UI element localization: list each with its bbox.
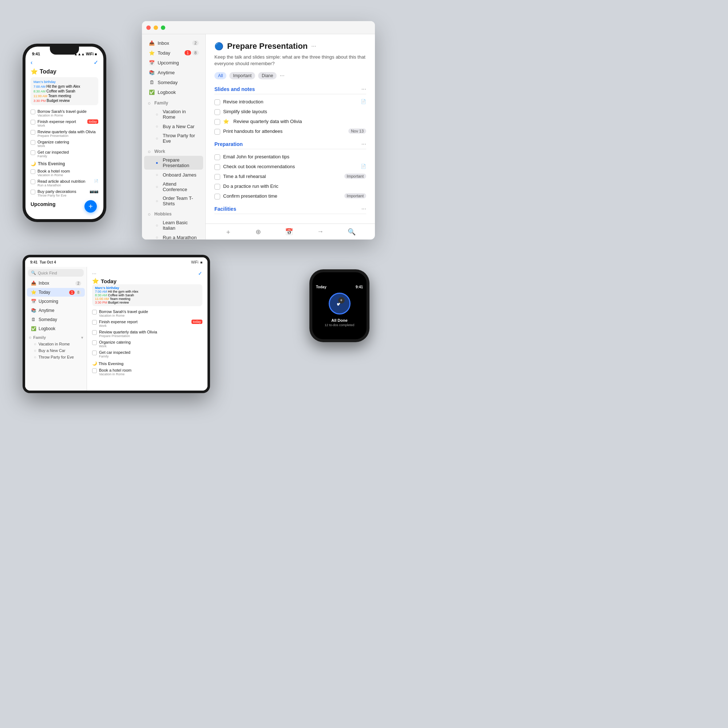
ipad-today-badge-red: 1 bbox=[69, 290, 75, 295]
phone-checkbox-nutrition[interactable] bbox=[31, 179, 35, 184]
move-button[interactable]: → bbox=[317, 228, 324, 236]
search-button[interactable]: 🔍 bbox=[348, 228, 356, 236]
vacation-rome-icon: ○ bbox=[154, 111, 160, 118]
sidebar-item-vacation-rome[interactable]: ○ Vacation in Rome bbox=[144, 107, 203, 121]
order-icon: ○ bbox=[154, 198, 160, 204]
phone: 9:41 ▲▲▲ WiFi ■ ‹ ✓ ⭐ Today Marc's birth… bbox=[23, 44, 106, 222]
ipad-task-quarterly: Review quarterly data with Olivia Prepar… bbox=[92, 329, 202, 339]
ipad-checkbox-borrow[interactable] bbox=[92, 310, 97, 315]
sidebar-item-attend-conf[interactable]: ○ Attend Conference bbox=[144, 180, 203, 194]
ipad-section-family[interactable]: ○ Family ▾ bbox=[25, 333, 87, 341]
cal-event-coffee: 8:30 AM Coffee with Sarah bbox=[34, 89, 95, 93]
phone-task-car-sub: Family bbox=[37, 154, 98, 158]
close-dot[interactable] bbox=[146, 26, 151, 30]
ipad-subitem-party[interactable]: ○ Throw Party for Eve bbox=[25, 354, 87, 360]
facilities-section-dots[interactable]: ··· bbox=[361, 206, 366, 212]
ipad-main-check[interactable]: ✓ bbox=[198, 271, 202, 276]
sidebar-item-anytime[interactable]: 📚 Anytime bbox=[144, 68, 203, 77]
sidebar-item-upcoming[interactable]: 📅 Upcoming bbox=[144, 58, 203, 67]
phone-checkbox-catering[interactable] bbox=[31, 140, 35, 145]
phone-evening-header: 🌙 This Evening bbox=[31, 161, 98, 166]
phone-checkbox-expense[interactable] bbox=[31, 120, 35, 124]
buy-car-icon: ○ bbox=[154, 123, 160, 130]
maximize-dot[interactable] bbox=[161, 26, 165, 30]
task-checkbox-rehearsal[interactable] bbox=[214, 174, 220, 180]
phone-task-decorations-main: Buy party decorations Throw Party for Ev… bbox=[37, 189, 87, 197]
ipad-checkbox-car-task[interactable] bbox=[92, 350, 97, 355]
ipad-time: 9:41 bbox=[30, 260, 37, 264]
sidebar-item-someday[interactable]: 🗓 Someday bbox=[144, 78, 203, 87]
task-confirm-time: Confirm presentation time Important bbox=[214, 191, 366, 201]
tag-important[interactable]: Important bbox=[229, 72, 255, 80]
slides-section-dots[interactable]: ··· bbox=[361, 86, 366, 92]
ipad-task-catering-title: Organize catering bbox=[99, 340, 202, 344]
sidebar-item-onboard-james[interactable]: ○ Onboard James bbox=[144, 170, 203, 179]
tag-all[interactable]: All bbox=[214, 72, 226, 80]
sidebar-item-order-tshirts[interactable]: ○ Order Team T-Shirts bbox=[144, 194, 203, 208]
sidebar-label-anytime: Anytime bbox=[158, 70, 199, 75]
ipad-checkbox-expense[interactable] bbox=[92, 320, 97, 325]
watch-time: 9:41 bbox=[356, 285, 363, 289]
phone-checkbox-review[interactable] bbox=[31, 130, 35, 135]
section-work[interactable]: ○ Work bbox=[142, 145, 205, 155]
phone-checkbox-borrow[interactable] bbox=[31, 110, 35, 114]
prep-section-header: Preparation ··· bbox=[214, 141, 366, 149]
phone-back-button[interactable]: ‹ bbox=[31, 59, 32, 66]
tag-diane[interactable]: Diane bbox=[258, 72, 277, 80]
task-checkbox-books[interactable] bbox=[214, 164, 220, 170]
ipad-checkbox-quarterly[interactable] bbox=[92, 330, 97, 335]
ipad-main-dots[interactable]: ··· bbox=[92, 271, 96, 276]
section-hobbies[interactable]: ○ Hobbies bbox=[142, 208, 205, 218]
ipad-sidebar-anytime[interactable]: 📚 Anytime bbox=[27, 306, 85, 315]
task-book-doc-icon: 📄 bbox=[361, 164, 366, 169]
phone-task-catering-title: Organize catering bbox=[37, 140, 98, 144]
sidebar-item-prepare-presentation[interactable]: ● Prepare Presentation bbox=[144, 156, 203, 170]
ipad-logbook-label: Logbook bbox=[38, 326, 81, 331]
task-checkbox-quarterly[interactable] bbox=[214, 119, 220, 125]
phone-task-expense-sub: Work bbox=[37, 124, 85, 127]
ipad-subitem-car[interactable]: ○ Buy a New Car bbox=[25, 347, 87, 354]
throw-party-label: Throw Party for Eve bbox=[163, 133, 199, 144]
sidebar-item-logbook[interactable]: ✅ Logbook bbox=[144, 87, 203, 97]
cal-coffee-label: Coffee with Sarah bbox=[47, 89, 75, 93]
phone-fab-button[interactable]: + bbox=[84, 200, 97, 213]
phone-checkbox-car[interactable] bbox=[31, 150, 35, 155]
ipad-body: 🔍 Quick Find 📥 Inbox 2 ⭐ Today 1 8 📅 Upc… bbox=[25, 267, 208, 391]
ipad-sidebar-logbook[interactable]: ✅ Logbook bbox=[27, 324, 85, 333]
minimize-dot[interactable] bbox=[154, 26, 158, 30]
sidebar-item-marathon[interactable]: ○ Run a Marathon bbox=[144, 232, 203, 240]
phone-checkbox-hotel[interactable] bbox=[31, 169, 35, 174]
phone-check-button[interactable]: ✓ bbox=[93, 59, 98, 66]
phone-checkbox-decorations[interactable] bbox=[31, 190, 35, 194]
sidebar-item-today[interactable]: ⭐ Today 1 8 bbox=[144, 48, 203, 58]
sidebar-item-throw-party[interactable]: ○ Throw Party for Eve bbox=[144, 132, 203, 145]
ipad-main-today-title: ⭐ Today bbox=[92, 278, 202, 284]
ipad-today-label-main: Today bbox=[101, 278, 116, 284]
ipad-checkbox-catering[interactable] bbox=[92, 340, 97, 345]
add-checklist-button[interactable]: ⊕ bbox=[255, 228, 261, 236]
task-checkbox-confirm[interactable] bbox=[214, 194, 220, 199]
sidebar-item-italian[interactable]: ○ Learn Basic Italian bbox=[144, 219, 203, 232]
task-checkbox-print[interactable] bbox=[214, 129, 220, 135]
task-checkbox-revise[interactable] bbox=[214, 99, 220, 105]
detail-more-icon[interactable]: ··· bbox=[311, 43, 316, 49]
ipad-sidebar-inbox[interactable]: 📥 Inbox 2 bbox=[27, 279, 85, 288]
prep-section-dots[interactable]: ··· bbox=[361, 141, 366, 147]
sidebar-item-inbox[interactable]: 📥 Inbox 2 bbox=[144, 38, 203, 48]
task-checkbox-simplify[interactable] bbox=[214, 109, 220, 115]
ipad-search[interactable]: 🔍 Quick Find bbox=[28, 269, 84, 277]
tags-more-icon[interactable]: ··· bbox=[280, 72, 284, 79]
ipad-sidebar-today[interactable]: ⭐ Today 1 8 bbox=[27, 288, 85, 297]
task-checkbox-practice[interactable] bbox=[214, 184, 220, 190]
watch-plus-button[interactable]: + bbox=[338, 297, 345, 304]
task-review-quarterly: ⭐ Review quarterly data with Olivia bbox=[214, 117, 366, 127]
section-family[interactable]: ○ Family bbox=[142, 97, 205, 107]
add-task-button[interactable]: ＋ bbox=[225, 228, 231, 236]
ipad-sidebar-someday[interactable]: 🗓 Someday bbox=[27, 315, 85, 324]
ipad-subitem-vacation[interactable]: ○ Vacation in Rome bbox=[25, 341, 87, 347]
task-checkbox-email[interactable] bbox=[214, 154, 220, 160]
sidebar-item-buy-car[interactable]: ○ Buy a New Car bbox=[144, 122, 203, 131]
ipad-sidebar-upcoming[interactable]: 📅 Upcoming bbox=[27, 297, 85, 306]
schedule-button[interactable]: 📅 bbox=[285, 228, 293, 236]
ipad-checkbox-hotel[interactable] bbox=[92, 369, 97, 373]
